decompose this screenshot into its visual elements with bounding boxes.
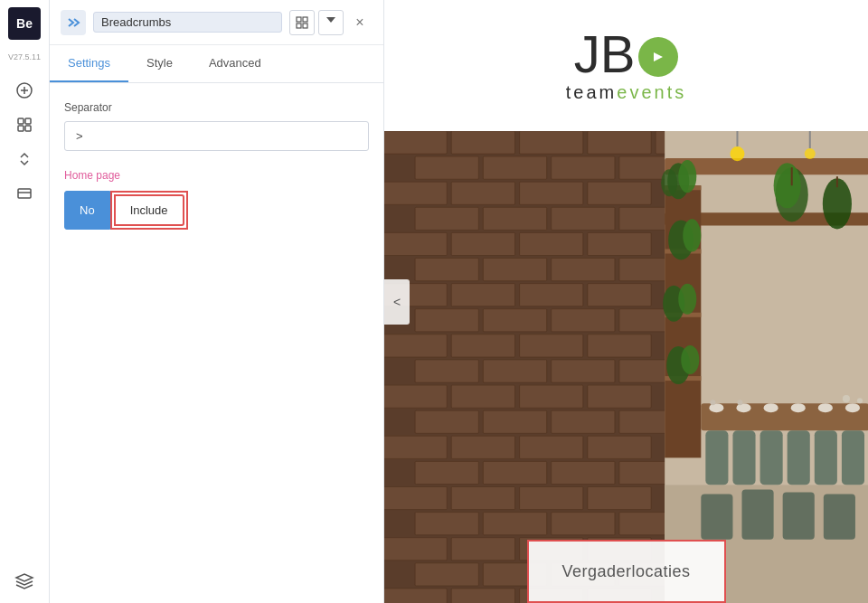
toggle-no-button[interactable]: No [64, 191, 110, 230]
svg-rect-121 [732, 430, 755, 485]
svg-rect-17 [451, 131, 514, 154]
svg-rect-62 [483, 410, 546, 433]
separator-input[interactable] [64, 121, 369, 151]
svg-rect-46 [483, 309, 546, 332]
left-toolbar: Be V27.5.11 [0, 0, 50, 603]
breadcrumb-text: Vergaderlocaties [561, 562, 690, 581]
panel-tabs: Settings Style Advanced [50, 45, 383, 83]
svg-rect-75 [520, 487, 583, 510]
svg-rect-23 [552, 156, 615, 179]
widget-insert-button[interactable] [289, 10, 315, 35]
restaurant-photo-svg [384, 131, 868, 603]
panel-content: Separator Home page No Include [50, 83, 383, 603]
svg-rect-61 [415, 410, 478, 433]
photo-area: Vergaderlocaties [384, 131, 868, 603]
layers-icon[interactable] [10, 567, 39, 596]
svg-rect-120 [705, 430, 728, 485]
svg-point-96 [730, 146, 744, 161]
svg-point-109 [683, 219, 701, 251]
svg-rect-50 [451, 334, 514, 357]
svg-rect-4 [25, 118, 31, 124]
svg-rect-21 [415, 156, 478, 179]
svg-rect-35 [520, 232, 583, 255]
svg-rect-63 [552, 410, 615, 433]
svg-rect-25 [384, 182, 447, 204]
svg-rect-70 [483, 461, 546, 484]
svg-rect-7 [18, 189, 31, 198]
logo-b: B [600, 28, 636, 80]
svg-rect-90 [451, 589, 514, 603]
svg-rect-51 [520, 334, 583, 357]
layout-icon[interactable] [10, 179, 39, 208]
svg-point-131 [845, 403, 860, 412]
logo-arrow-circle [638, 37, 678, 77]
home-page-toggle-group: No Include [64, 191, 369, 230]
svg-point-113 [681, 345, 699, 374]
svg-rect-30 [483, 207, 546, 230]
svg-rect-31 [552, 207, 615, 230]
svg-point-134 [843, 395, 850, 402]
svg-rect-47 [552, 309, 615, 332]
svg-rect-9 [297, 17, 301, 22]
version-label: V27.5.11 [8, 52, 41, 61]
svg-marker-13 [326, 17, 335, 23]
svg-rect-57 [384, 385, 447, 408]
svg-rect-123 [788, 430, 810, 485]
tab-style[interactable]: Style [128, 45, 191, 82]
svg-rect-138 [741, 490, 773, 540]
svg-rect-49 [384, 334, 447, 357]
svg-rect-125 [842, 430, 864, 485]
svg-marker-14 [654, 52, 663, 61]
logo-overlay: J B team events [384, 0, 868, 131]
svg-point-111 [678, 284, 696, 315]
svg-rect-43 [520, 284, 583, 306]
svg-point-135 [857, 398, 863, 403]
svg-rect-82 [451, 538, 514, 561]
svg-point-130 [818, 403, 833, 412]
arrows-updown-icon[interactable] [10, 145, 39, 174]
svg-rect-26 [451, 182, 514, 204]
svg-rect-39 [552, 259, 615, 281]
svg-rect-137 [701, 495, 732, 540]
tab-settings[interactable]: Settings [50, 45, 128, 82]
svg-rect-74 [451, 487, 514, 510]
svg-point-106 [678, 160, 696, 193]
svg-point-129 [791, 403, 806, 412]
brand-logo: Be [8, 7, 41, 40]
svg-rect-44 [588, 284, 651, 306]
svg-rect-77 [415, 513, 478, 535]
svg-rect-76 [588, 487, 651, 510]
svg-rect-38 [483, 259, 546, 281]
svg-rect-68 [588, 436, 651, 458]
settings-panel: Breadcrumbs × Settings Style Advanced Se… [50, 0, 384, 603]
svg-point-133 [737, 400, 742, 405]
svg-rect-58 [451, 385, 514, 408]
panel-close-button[interactable]: × [347, 10, 373, 35]
grid-icon[interactable] [10, 110, 39, 139]
svg-rect-73 [384, 487, 447, 510]
svg-rect-124 [815, 430, 837, 485]
logo-top-row: J B [574, 28, 679, 80]
toggle-include-button[interactable]: Include [114, 194, 184, 226]
team-text: team [566, 82, 617, 103]
svg-rect-27 [520, 182, 583, 204]
events-text: events [617, 82, 686, 103]
svg-rect-67 [520, 436, 583, 458]
svg-rect-5 [18, 126, 24, 131]
include-highlight: Include [110, 191, 188, 230]
svg-point-132 [710, 400, 715, 405]
svg-rect-122 [760, 430, 783, 485]
svg-rect-60 [588, 385, 651, 408]
slide-arrow-button[interactable]: < [384, 279, 410, 325]
widget-icon [61, 10, 86, 35]
svg-rect-3 [18, 118, 24, 124]
widget-options-dropdown[interactable] [318, 10, 344, 35]
svg-rect-16 [384, 131, 447, 154]
panel-header: Breadcrumbs × [50, 0, 383, 45]
svg-rect-10 [303, 17, 307, 22]
svg-rect-22 [483, 156, 546, 179]
tab-advanced[interactable]: Advanced [191, 45, 279, 82]
add-icon[interactable] [10, 76, 39, 105]
svg-rect-55 [552, 360, 615, 382]
svg-rect-18 [520, 131, 583, 154]
